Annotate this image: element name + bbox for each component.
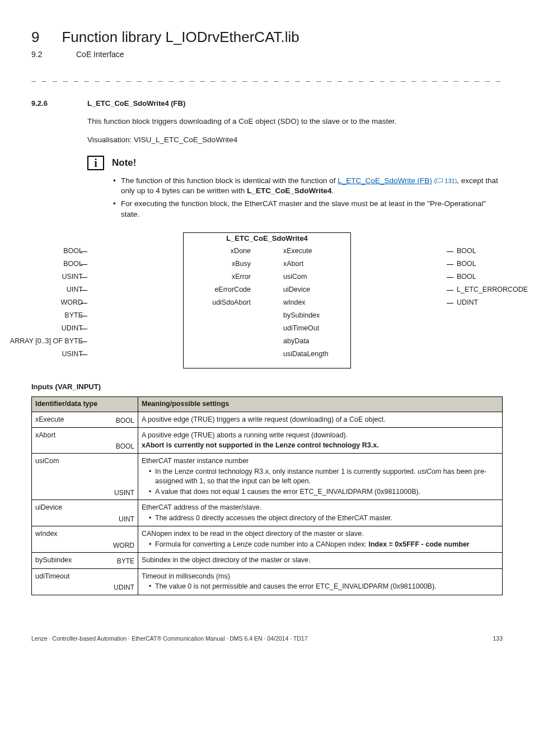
note-box: i Note! The function of this function bl… xyxy=(87,156,503,221)
section-title: L_ETC_CoE_SdoWrite4 (FB) xyxy=(87,99,185,109)
fbd-out-type: BOOL xyxy=(457,259,476,269)
fbd-in-name: xExecute xyxy=(283,246,312,256)
fbd-title: L_ETC_CoE_SdoWrite4 xyxy=(88,234,446,244)
section-header-number: 9.2 xyxy=(31,49,54,60)
note-label: Note! xyxy=(112,156,136,170)
fbd-out-name: xError xyxy=(232,272,251,282)
note-b1-text-c: . xyxy=(331,186,334,195)
fbd-out-name: eErrorCode xyxy=(214,285,251,295)
param-type: WORD xyxy=(113,541,134,550)
table-row: wIndex WORD CANopen index to be read in … xyxy=(32,526,503,553)
fbd-row: WORD wIndex udiSdoAbort UDINT xyxy=(184,297,350,310)
page-ref[interactable]: ( 131) xyxy=(434,178,457,184)
page-header-line2: 9.2 CoE Interface xyxy=(31,49,503,60)
param-desc: EtherCAT address of the master/slave. xyxy=(142,503,499,513)
fbd-row: BOOL xAbort xBusy BOOL xyxy=(184,258,350,271)
fbd-in-name: usiDataLength xyxy=(283,349,329,360)
fbd-in-type: USINT xyxy=(62,349,83,360)
inputs-table: Identifier/data type Meaning/possible se… xyxy=(31,396,503,595)
fbd-out-type: L_ETC_ERRORCODE xyxy=(457,285,528,295)
fbd-in-name: udiTimeOut xyxy=(283,324,319,334)
fbd-block: BOOL xExecute xDone BOOL BOOL xAbort xBu… xyxy=(183,232,351,368)
function-block-diagram: L_ETC_CoE_SdoWrite4 BOOL xExecute xDone … xyxy=(31,232,503,368)
section-number: 9.2.6 xyxy=(31,99,65,109)
note-bullet-2: For executing the function block, the Et… xyxy=(113,199,503,220)
param-name: xAbort xyxy=(35,431,134,441)
param-type: BOOL xyxy=(116,416,134,426)
table-row: udiTimeout UDINT Timeout in milliseconds… xyxy=(32,568,503,595)
chapter-title: Function library L_IODrvEtherCAT.lib xyxy=(62,27,299,47)
fbd-out-type: BOOL xyxy=(457,246,476,256)
param-desc: CANopen index to be read in the object d… xyxy=(142,529,499,539)
param-desc: Timeout in milliseconds (ms) xyxy=(142,572,499,582)
param-bullet: The value 0 is not permissible and cause… xyxy=(149,582,499,592)
fbd-out-type: BOOL xyxy=(457,272,476,282)
paragraph-intro: This function block triggers downloading… xyxy=(87,116,503,127)
param-desc: A positive edge (TRUE) aborts a running … xyxy=(142,431,499,441)
page-header-line1: 9 Function library L_IODrvEtherCAT.lib xyxy=(31,27,503,47)
fbd-in-name: wIndex xyxy=(283,298,306,308)
fbd-in-name: abyData xyxy=(283,337,310,347)
footer-left: Lenze · Controller-based Automation · Et… xyxy=(31,634,308,643)
param-desc: EtherCAT master instance number xyxy=(142,456,499,466)
section-heading-row: 9.2.6 L_ETC_CoE_SdoWrite4 (FB) xyxy=(31,99,503,109)
table-row: usiCom USINT EtherCAT master instance nu… xyxy=(32,454,503,500)
info-icon: i xyxy=(87,156,104,170)
param-bullet: Formula for converting a Lenze code numb… xyxy=(149,540,499,550)
fbd-in-type: UDINT xyxy=(62,324,83,334)
fbd-out-name: xDone xyxy=(231,246,251,256)
fbd-row: USINT usiCom xError BOOL xyxy=(184,271,350,284)
fbd-out-name: udiSdoAbort xyxy=(212,298,251,308)
dashed-separator: _ _ _ _ _ _ _ _ _ _ _ _ _ _ _ _ _ _ _ _ … xyxy=(31,72,503,83)
param-bullet: A value that does not equal 1 causes the… xyxy=(149,487,499,497)
fbd-in-type: BOOL xyxy=(63,246,83,256)
param-name: wIndex xyxy=(35,529,134,539)
param-name: udiTimeout xyxy=(35,572,134,582)
param-name: usiCom xyxy=(35,456,134,466)
param-bullet: The address 0 directly accesses the obje… xyxy=(149,514,499,524)
th-meaning: Meaning/possible settings xyxy=(138,397,503,412)
fbd-out-name: xBusy xyxy=(232,259,251,269)
table-row: bySubindex BYTE Subindex in the object d… xyxy=(32,553,503,569)
fbd-row: UDINT udiTimeOut xyxy=(184,323,350,335)
fbd-in-type: BOOL xyxy=(63,259,83,269)
fbd-in-type: USINT xyxy=(62,272,83,282)
footer-page-number: 133 xyxy=(493,634,503,643)
fbd-row: BOOL xExecute xDone BOOL xyxy=(184,245,350,258)
param-desc: A positive edge (TRUE) triggers a write … xyxy=(142,415,499,425)
link-sdowrite-fb[interactable]: L_ETC_CoE_SdoWrite (FB) xyxy=(338,176,432,185)
fbd-in-name: xAbort xyxy=(283,259,303,269)
inputs-table-title: Inputs (VAR_INPUT) xyxy=(31,382,503,392)
page-footer: Lenze · Controller-based Automation · Et… xyxy=(31,634,503,643)
table-row: xAbort BOOL A positive edge (TRUE) abort… xyxy=(32,428,503,454)
fbd-out-type: UDINT xyxy=(457,298,478,308)
fbd-row: USINT usiDataLength xyxy=(184,348,350,361)
param-name: uiDevice xyxy=(35,503,134,513)
param-type: UDINT xyxy=(114,583,134,592)
fbd-in-type: ARRAY [0..3] OF BYTE xyxy=(10,337,83,347)
fbd-in-type: WORD xyxy=(60,298,83,308)
fbd-row: UINT uiDevice eErrorCode L_ETC_ERRORCODE xyxy=(184,284,350,297)
param-desc: Subindex in the object directory of the … xyxy=(142,556,499,566)
fbd-row: BYTE bySubindex xyxy=(184,310,350,323)
fbd-in-name: usiCom xyxy=(283,272,307,282)
param-type: BYTE xyxy=(117,557,134,566)
page-ref-number: 131 xyxy=(444,178,455,184)
param-type: BOOL xyxy=(116,442,134,451)
chapter-number: 9 xyxy=(31,27,39,47)
table-row: uiDevice UINT EtherCAT address of the ma… xyxy=(32,500,503,526)
book-icon xyxy=(436,178,443,183)
param-bullet: In the Lenze control technology R3.x, on… xyxy=(149,467,499,487)
section-header-title: CoE Interface xyxy=(76,49,124,60)
note-b1-text-a: The function of this function block is i… xyxy=(121,176,338,185)
param-type: USINT xyxy=(114,488,134,498)
param-type: UINT xyxy=(119,515,134,524)
param-desc-bold: xAbort is currently not supported in the… xyxy=(142,441,499,451)
fbd-in-name: bySubindex xyxy=(283,311,320,321)
fbd-in-name: uiDevice xyxy=(283,285,310,295)
paragraph-visualisation: Visualisation: VISU_L_ETC_CoE_SdoWrite4 xyxy=(87,135,503,146)
th-identifier: Identifier/data type xyxy=(32,397,138,412)
table-row: xExecute BOOL A positive edge (TRUE) tri… xyxy=(32,412,503,428)
note-b1-bold: L_ETC_CoE_SdoWrite4 xyxy=(247,186,331,195)
note-bullet-1: The function of this function block is i… xyxy=(113,176,503,197)
